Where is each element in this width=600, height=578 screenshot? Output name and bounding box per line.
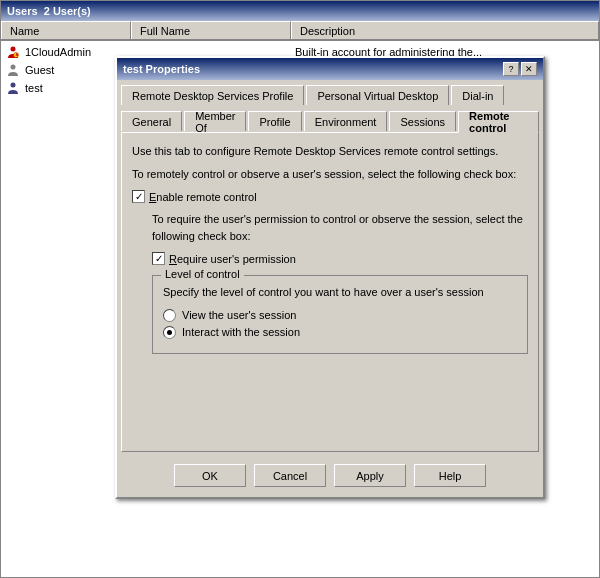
enable-remote-control-label: Enable remote control (149, 191, 257, 203)
group-desc: Specify the level of control you want to… (163, 284, 517, 301)
ok-button[interactable]: OK (174, 464, 246, 487)
radio-interact-session-label: Interact with the session (182, 326, 300, 338)
radio-interact-session[interactable] (163, 326, 176, 339)
radio-interact-session-row: Interact with the session (163, 326, 517, 339)
users-window: Users 2 User(s) Name Full Name Descripti… (0, 0, 600, 578)
tab-member-of[interactable]: Member Of (184, 111, 246, 131)
enable-remote-control-checkbox[interactable]: ✓ (132, 190, 145, 203)
tab-profile[interactable]: Profile (248, 111, 301, 131)
dialog-buttons: OK Cancel Apply Help (117, 456, 543, 497)
radio-view-session-label: View the user's session (182, 309, 296, 321)
group-box-label: Level of control (161, 268, 244, 280)
tab-content-remote-control: Use this tab to configure Remote Desktop… (121, 132, 539, 452)
modal-overlay: test Properties ? ✕ Remote Desktop Servi… (1, 1, 599, 577)
require-instruction: To require the user's permission to cont… (152, 211, 528, 244)
dialog-title: test Properties (123, 63, 200, 75)
close-title-button[interactable]: ✕ (521, 62, 537, 76)
help-button[interactable]: Help (414, 464, 486, 487)
radio-view-session-row: View the user's session (163, 309, 517, 322)
indent-section: To require the user's permission to cont… (152, 211, 528, 354)
apply-button[interactable]: Apply (334, 464, 406, 487)
tab-remote-desktop-services-profile[interactable]: Remote Desktop Services Profile (121, 85, 304, 105)
tab-environment[interactable]: Environment (304, 111, 388, 131)
require-permission-row: ✓ Require user's permission (152, 252, 528, 265)
dialog-titlebar: test Properties ? ✕ (117, 58, 543, 80)
tab-dial-in[interactable]: Dial-in (451, 85, 504, 105)
help-title-button[interactable]: ? (503, 62, 519, 76)
level-of-control-group: Level of control Specify the level of co… (152, 275, 528, 354)
cancel-button[interactable]: Cancel (254, 464, 326, 487)
enable-remote-control-row: ✓ Enable remote control (132, 190, 528, 203)
dialog-title-buttons: ? ✕ (503, 62, 537, 76)
require-permission-label: Require user's permission (169, 253, 296, 265)
tabs-row1: Remote Desktop Services Profile Personal… (117, 80, 543, 104)
tab-personal-virtual-desktop[interactable]: Personal Virtual Desktop (306, 85, 449, 105)
tab-general[interactable]: General (121, 111, 182, 131)
tabs-row2: General Member Of Profile Environment Se… (117, 106, 543, 132)
tab-remote-control[interactable]: Remote control (458, 111, 539, 133)
tab-sessions[interactable]: Sessions (389, 111, 456, 131)
intro-text: Use this tab to configure Remote Desktop… (132, 143, 528, 160)
radio-view-session[interactable] (163, 309, 176, 322)
properties-dialog: test Properties ? ✕ Remote Desktop Servi… (115, 56, 545, 499)
require-permission-checkbox[interactable]: ✓ (152, 252, 165, 265)
instruction-text: To remotely control or observe a user's … (132, 166, 528, 183)
